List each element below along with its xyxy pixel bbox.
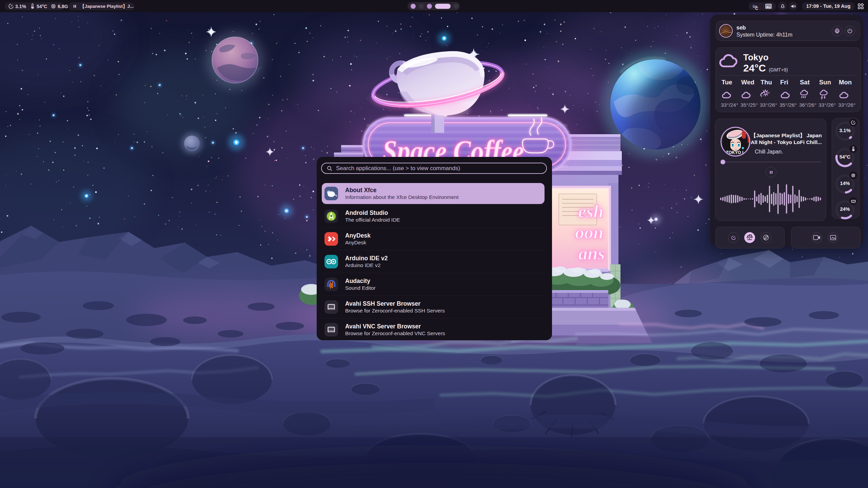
svg-text:TOKYO L: TOKYO L xyxy=(726,150,745,155)
svg-text:esh: esh xyxy=(578,201,604,222)
svg-text:ans: ans xyxy=(578,243,605,264)
svg-text:oon: oon xyxy=(575,222,604,243)
